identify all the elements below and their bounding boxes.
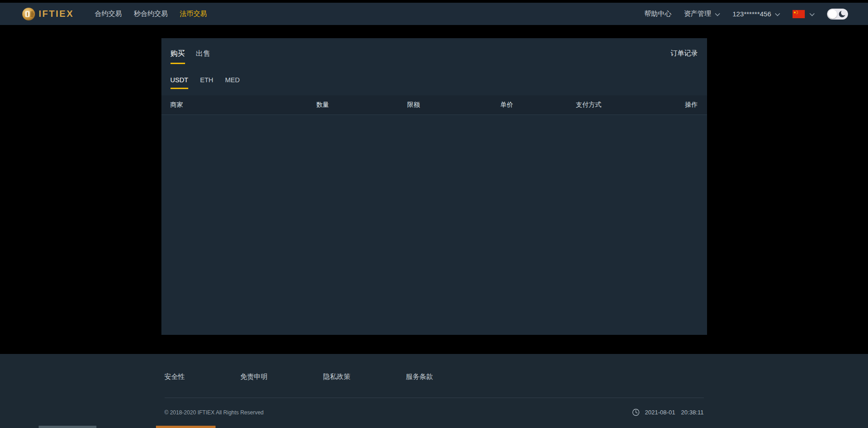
footer-bottom-row: © 2018-2020 IFTIEX All Rights Reserved 2… (165, 408, 704, 416)
column-unit-price: 单价 (466, 101, 548, 109)
bottom-cutoff-bar-gray (39, 426, 96, 428)
table-body-empty (161, 115, 707, 335)
chevron-down-icon (809, 13, 815, 16)
navbar-right: 帮助中心 资产管理 123******456 (644, 9, 848, 20)
coin-tab-usdt[interactable]: USDT (171, 76, 188, 89)
footer-link-security[interactable]: 安全性 (165, 373, 185, 381)
footer-links: 安全性 免责申明 隐私政策 服务条款 (165, 354, 704, 381)
column-action: 操作 (630, 101, 698, 109)
buy-sell-tabs: 购买 出售 (171, 49, 211, 64)
copyright-text: © 2018-2020 IFTIEX All Rights Reserved (165, 409, 264, 416)
moon-icon (838, 10, 846, 20)
chevron-down-icon (775, 13, 780, 16)
china-flag-icon (793, 10, 805, 18)
brand-name: IFTIEX (39, 9, 74, 19)
chevron-down-icon (715, 13, 720, 16)
account-label: 123******456 (733, 10, 771, 18)
coin-tabs: USDT ETH MED (161, 76, 707, 89)
primary-nav: 合约交易 秒合约交易 法币交易 (95, 10, 207, 18)
footer-divider (165, 398, 704, 398)
column-quantity: 数量 (284, 101, 361, 109)
coin-tab-med[interactable]: MED (225, 76, 240, 89)
column-limit: 限额 (361, 101, 466, 109)
brand-logo[interactable]: IFTIEX (22, 7, 74, 21)
bottom-cutoff-bar-orange (156, 426, 216, 428)
fiat-trade-panel: 购买 出售 订单记录 USDT ETH MED 商家 数量 限额 单价 支付方式… (161, 38, 707, 335)
page-footer: 安全性 免责申明 隐私政策 服务条款 © 2018-2020 IFTIEX Al… (0, 354, 868, 428)
tab-buy[interactable]: 购买 (171, 49, 185, 64)
nav-item-contract-trading[interactable]: 合约交易 (95, 10, 122, 18)
asset-management-label: 资产管理 (684, 10, 711, 18)
footer-link-privacy-policy[interactable]: 隐私政策 (323, 373, 351, 381)
table-header-row: 商家 数量 限额 单价 支付方式 操作 (161, 95, 707, 115)
footer-link-terms-of-service[interactable]: 服务条款 (406, 373, 433, 381)
server-time: 2021-08-01 20:38:11 (632, 408, 703, 416)
clock-icon (632, 408, 640, 416)
nav-item-fiat-trading[interactable]: 法币交易 (180, 10, 207, 18)
nav-item-second-contract-trading[interactable]: 秒合约交易 (134, 10, 168, 18)
column-payment-method: 支付方式 (548, 101, 630, 109)
theme-toggle[interactable] (827, 9, 848, 20)
top-navbar: IFTIEX 合约交易 秒合约交易 法币交易 帮助中心 资产管理 123****… (0, 3, 868, 25)
order-record-link[interactable]: 订单记录 (671, 49, 698, 58)
date-text: 2021-08-01 (645, 409, 675, 416)
help-center-link[interactable]: 帮助中心 (644, 10, 672, 18)
footer-inner: 安全性 免责申明 隐私政策 服务条款 © 2018-2020 IFTIEX Al… (165, 354, 704, 416)
account-menu[interactable]: 123******456 (733, 10, 780, 18)
panel-header: 购买 出售 订单记录 (161, 38, 707, 64)
time-text: 20:38:11 (681, 409, 704, 416)
main-content: 购买 出售 订单记录 USDT ETH MED 商家 数量 限额 单价 支付方式… (0, 25, 868, 354)
gold-coin-icon (22, 7, 35, 21)
tab-sell[interactable]: 出售 (196, 49, 211, 64)
language-selector[interactable] (793, 10, 815, 18)
footer-link-disclaimer[interactable]: 免责申明 (241, 373, 268, 381)
coin-tab-eth[interactable]: ETH (200, 76, 213, 89)
asset-management-menu[interactable]: 资产管理 (684, 10, 720, 18)
column-merchant: 商家 (171, 101, 284, 109)
toggle-knob (828, 10, 837, 19)
